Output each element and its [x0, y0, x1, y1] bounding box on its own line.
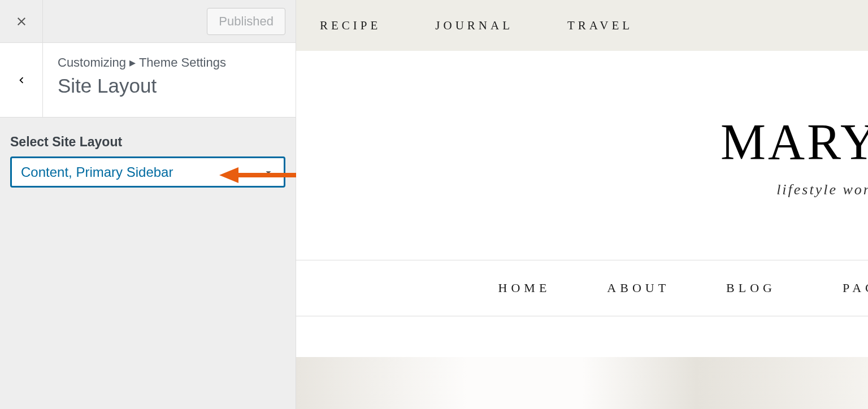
sidebar-header: Published — [0, 0, 296, 43]
top-nav-item-travel[interactable]: TRAVEL — [567, 19, 633, 33]
hero-section: MARY lifestyle word — [296, 51, 868, 260]
close-button[interactable] — [0, 0, 43, 43]
control-section: Select Site Layout Content, Primary Side… — [0, 118, 296, 204]
main-nav-item-pages[interactable]: PAG — [843, 281, 868, 295]
site-layout-select[interactable]: Content, Primary Sidebar — [10, 156, 285, 188]
breadcrumb-root: Customizing — [58, 55, 126, 69]
site-preview: RECIPE JOURNAL TRAVEL MARY lifestyle wor… — [296, 0, 868, 409]
publish-status-button[interactable]: Published — [207, 8, 285, 35]
close-icon — [15, 15, 28, 28]
site-subtitle: lifestyle word — [776, 181, 868, 198]
main-navigation: HOME ABOUT BLOG PAG — [296, 260, 868, 316]
breadcrumb-section: Customizing ▸ Theme Settings Site Layout — [0, 43, 296, 118]
select-value: Content, Primary Sidebar — [21, 164, 173, 180]
top-nav-item-recipe[interactable]: RECIPE — [320, 19, 381, 33]
site-title[interactable]: MARY — [721, 113, 868, 171]
control-label: Select Site Layout — [10, 134, 285, 150]
back-button[interactable] — [0, 43, 43, 118]
chevron-left-icon — [15, 74, 28, 86]
top-nav-item-journal[interactable]: JOURNAL — [435, 19, 513, 33]
main-nav-item-home[interactable]: HOME — [498, 281, 551, 295]
main-nav-item-about[interactable]: ABOUT — [607, 281, 670, 295]
hero-image — [296, 357, 868, 409]
chevron-down-icon — [262, 166, 275, 179]
section-title: Site Layout — [58, 75, 281, 97]
breadcrumb-path: Customizing ▸ Theme Settings — [58, 55, 281, 70]
breadcrumb-content: Customizing ▸ Theme Settings Site Layout — [43, 43, 296, 117]
customizer-sidebar: Published Customizing ▸ Theme Settings S… — [0, 0, 296, 409]
top-navigation: RECIPE JOURNAL TRAVEL — [296, 0, 868, 51]
breadcrumb-separator: ▸ — [129, 55, 136, 69]
breadcrumb-parent: Theme Settings — [139, 55, 226, 69]
main-nav-item-blog[interactable]: BLOG — [726, 281, 776, 295]
